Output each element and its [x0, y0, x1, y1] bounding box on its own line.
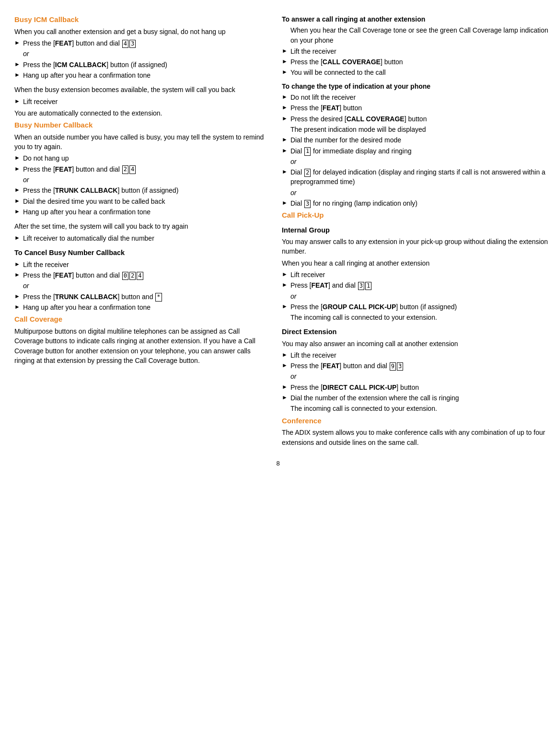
list-item: ► Hang up after you hear a confirmation … — [14, 70, 267, 80]
answer-call-intro: When you hear the Call Coverage tone or … — [282, 25, 556, 45]
section-cancel-busy-number: To Cancel Busy Number Callback ► Lift th… — [14, 248, 267, 313]
bullet-arrow: ► — [14, 39, 20, 47]
bullet-arrow: ► — [14, 303, 20, 311]
busy-icm-para2: When the busy extension becomes availabl… — [14, 85, 267, 94]
bullet-arrow: ► — [14, 165, 20, 173]
list-item-or: or — [282, 188, 556, 198]
list-item: ► Hang up after you hear a confirmation … — [14, 302, 267, 312]
right-column: To answer a call ringing at another exte… — [282, 14, 556, 449]
list-item: ► You will be connected to the call — [282, 68, 556, 77]
bullet-arrow: ► — [282, 302, 288, 311]
key-4: 4 — [122, 40, 128, 48]
section-busy-number-callback: Busy Number Callback When an outside num… — [14, 120, 267, 243]
busy-icm-bullets: ► Press the [FEAT] button and dial 43 or… — [14, 38, 267, 80]
bullet-arrow: ► — [14, 271, 20, 279]
bullet-arrow: ► — [282, 104, 288, 112]
section-title-conference: Conference — [282, 416, 556, 426]
key-4: 4 — [129, 165, 136, 174]
list-item: ► Press the [FEAT] button and dial 43 — [14, 38, 267, 48]
bullet-arrow: ► — [14, 234, 20, 242]
list-item: ► Dial 2 for delayed indication (display… — [282, 167, 556, 187]
section-call-pickup: Call Pick-Up Internal Group You may answ… — [282, 210, 556, 413]
list-item: ► Lift receiver to automatically dial th… — [14, 233, 267, 243]
busy-icm-auto: You are automatically connected to the e… — [14, 108, 267, 118]
bullet-arrow: ► — [282, 147, 288, 155]
change-indication-header: To change the type of indication at your… — [282, 81, 556, 91]
bullet-arrow: ► — [282, 281, 288, 289]
list-item: ► Lift receiver — [282, 270, 556, 279]
section-title-busy-icm-callback: Busy ICM Callback — [14, 14, 267, 25]
call-coverage-para: Multipurpose buttons on digital multilin… — [14, 326, 267, 365]
list-item: ► Press the [TRUNK CALLBACK] button and … — [14, 292, 267, 302]
list-item: ► Lift the receiver — [282, 47, 556, 56]
bullet-arrow: ► — [14, 260, 20, 268]
list-item: ► Press [FEAT] and dial 31 — [282, 280, 556, 290]
list-item: ► Lift receiver — [14, 97, 267, 106]
bullet-arrow: ► — [282, 351, 288, 359]
subsection-internal-group: Internal Group You may answer calls to a… — [282, 225, 556, 322]
busy-num-intro: When an outside number you have called i… — [14, 132, 267, 152]
list-item: ► Dial 1 for immediate display and ringi… — [282, 146, 556, 156]
bullet-arrow: ► — [282, 136, 288, 144]
bullet-arrow: ► — [14, 197, 20, 205]
key-2: 2 — [122, 165, 128, 174]
list-item: ► Dial 3 for no ringing (lamp indication… — [282, 198, 556, 208]
bullet-arrow: ► — [282, 361, 288, 370]
list-item-or: or — [282, 372, 556, 381]
list-item: ► Press the [DIRECT CALL PICK-UP] button — [282, 383, 556, 392]
section-answer-call: To answer a call ringing at another exte… — [282, 14, 556, 78]
list-item-or: or — [14, 281, 267, 291]
list-item: ► Dial the desired time you want to be c… — [14, 197, 267, 206]
list-item: ► Press the [FEAT] button and dial 24 — [14, 164, 267, 174]
bullet-arrow: ► — [14, 208, 20, 216]
section-change-indication: To change the type of indication at your… — [282, 81, 556, 209]
list-item-or: or — [282, 291, 556, 301]
direct-ext-para: You may also answer an incoming call at … — [282, 339, 556, 349]
list-item: ► Press the [GROUP CALL PICK-UP] button … — [282, 302, 556, 312]
list-item-or: or — [14, 49, 267, 58]
section-busy-icm-callback: Busy ICM Callback When you call another … — [14, 14, 267, 118]
bullet-arrow: ► — [14, 60, 20, 69]
list-item: ► Press the [FEAT] button and dial 024 — [14, 270, 267, 280]
list-item: ► Press the desired [CALL COVERAGE] butt… — [282, 114, 556, 124]
section-title-call-pickup: Call Pick-Up — [282, 210, 556, 221]
answer-call-header: To answer a call ringing at another exte… — [282, 14, 556, 24]
page-number: 8 — [276, 459, 279, 468]
section-conference: Conference The ADIX system allows you to… — [282, 416, 556, 447]
bullet-arrow: ► — [282, 270, 288, 279]
subsection-title-internal-group: Internal Group — [282, 225, 556, 235]
bullet-arrow: ► — [282, 383, 288, 391]
list-item: ► Press the [ICM CALLBACK] button (if as… — [14, 60, 267, 70]
list-item-or: or — [14, 175, 267, 185]
list-item: ► Lift the receiver — [14, 260, 267, 269]
list-item: ► Press the [CALL COVERAGE] button — [282, 57, 556, 67]
bullet-arrow: ► — [282, 68, 288, 76]
section-call-coverage: Call Coverage Multipurpose buttons on di… — [14, 314, 267, 365]
list-item: ► Press the [FEAT] button and dial 93 — [282, 361, 556, 371]
list-item: ► Dial the number for the desired mode — [282, 135, 556, 145]
bullet-arrow: ► — [282, 58, 288, 66]
bullet-arrow: ► — [282, 47, 288, 55]
bullet-arrow: ► — [14, 97, 20, 105]
list-item: ► Do not lift the receiver — [282, 93, 556, 102]
internal-group-para1: You may answer calls to any extension in… — [282, 237, 556, 256]
bullet-arrow: ► — [282, 199, 288, 207]
left-column: Busy ICM Callback When you call another … — [14, 14, 267, 449]
bullet-arrow: ► — [282, 394, 288, 402]
list-item-indent: The incoming call is connected to your e… — [290, 313, 556, 322]
key-3: 3 — [129, 40, 136, 48]
busy-num-after: After the set time, the system will call… — [14, 221, 267, 231]
subsection-title-direct-extension: Direct Extension — [282, 327, 556, 337]
cancel-busy-header: To Cancel Busy Number Callback — [14, 248, 267, 258]
section-title-call-coverage: Call Coverage — [14, 314, 267, 325]
list-item: ► Hang up after you hear a confirmation … — [14, 207, 267, 217]
list-item: ► Do not hang up — [14, 153, 267, 163]
busy-icm-intro: When you call another extension and get … — [14, 27, 267, 36]
internal-group-para2: When you hear a call ringing at another … — [282, 258, 556, 268]
bullet-arrow: ► — [282, 115, 288, 123]
bullet-arrow: ► — [282, 168, 288, 176]
bullet-arrow: ► — [14, 292, 20, 301]
bullet-arrow: ► — [14, 71, 20, 79]
subsection-direct-extension: Direct Extension You may also answer an … — [282, 327, 556, 413]
list-item: ► Press the [TRUNK CALLBACK] button (if … — [14, 186, 267, 195]
